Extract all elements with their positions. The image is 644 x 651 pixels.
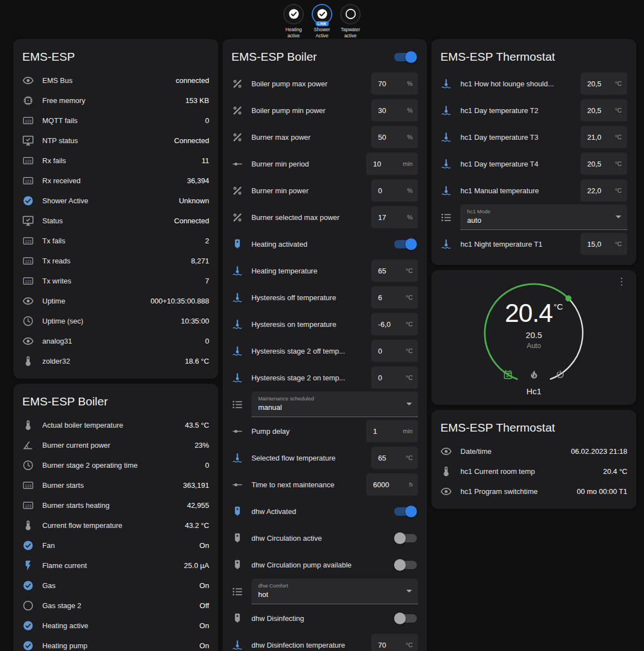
number-input[interactable]: 6000h	[366, 473, 418, 496]
sensor-row[interactable]: 123Burner starts363,191	[22, 475, 209, 495]
sensor-row[interactable]: Uptime (sec)10:35:00	[22, 311, 209, 331]
sensor-row[interactable]: 123Tx reads8,271	[22, 251, 209, 271]
number-row[interactable]: Pump delay1min	[232, 418, 419, 444]
number-input[interactable]: 65°C	[371, 447, 418, 469]
number-input[interactable]: 30%	[371, 99, 418, 121]
sensor-row[interactable]: Heating activeOn	[22, 615, 209, 635]
number-input[interactable]: 0%	[371, 179, 418, 202]
sensor-row[interactable]: Heating pumpOn	[22, 635, 209, 651]
number-row[interactable]: hc1 Manual temperature22,0°C	[440, 177, 627, 204]
sensor-row[interactable]: 123Rx received36,394	[22, 170, 209, 190]
badge[interactable]: LINKShower Active	[309, 4, 336, 39]
sensor-row[interactable]: Uptime000+10:35:00.888	[22, 291, 209, 311]
sensor-row[interactable]: analog310	[22, 331, 209, 351]
number-input[interactable]: 20,5°C	[581, 99, 627, 121]
sensor-row[interactable]: Flame current25.0 µA	[22, 555, 209, 575]
number-input[interactable]: -6,0°C	[371, 313, 418, 335]
number-row[interactable]: Hysteresis on temperature-6,0°C	[232, 311, 419, 337]
number-input[interactable]: 6°C	[371, 286, 418, 309]
badge-circle	[340, 4, 361, 25]
thermostat-dial[interactable]: 20.4°C 20.5 Auto	[481, 280, 587, 384]
toggle-row[interactable]: Heating activated	[232, 231, 419, 257]
badge[interactable]: Heating active	[281, 4, 307, 39]
sensor-row[interactable]: Burner stage 2 operating time0	[22, 455, 209, 475]
sensor-row[interactable]: hc1 Current room temp20.4 °C	[440, 461, 627, 481]
card-toggle-switch[interactable]	[394, 53, 417, 61]
number-row[interactable]: Hysteresis off temperature6°C	[232, 284, 419, 311]
number-row[interactable]: Time to next maintenance6000h	[232, 471, 419, 498]
sensor-row[interactable]: 123Tx writes7	[22, 271, 209, 291]
number-input[interactable]: 65°C	[371, 260, 418, 282]
number-row[interactable]: Burner max power50%	[232, 124, 419, 150]
toggle-row[interactable]: dhw Activated	[232, 498, 419, 525]
sensor-row[interactable]: StatusConnected	[22, 211, 209, 231]
select-field[interactable]: Maintenance scheduledmanual	[252, 391, 419, 417]
sensor-row[interactable]: Current flow temperature43.2 °C	[22, 515, 209, 535]
number-row[interactable]: hc1 Night temperature T115,0°C	[440, 231, 627, 257]
toggle-row[interactable]: dhw Circulation active	[232, 525, 419, 551]
sensor-row[interactable]: 123Tx fails2	[22, 231, 209, 251]
number-input[interactable]: 0°C	[371, 366, 418, 389]
sensor-row[interactable]: hc1 Program switchtime00 mo 00:00 T1	[440, 481, 627, 501]
sensor-row[interactable]: NTP statusConnected	[22, 130, 209, 150]
sensor-row[interactable]: zolder3218.6 °C	[22, 351, 209, 371]
number-input[interactable]: 70%	[371, 72, 418, 95]
number-row[interactable]: Burner min period10min	[232, 150, 419, 177]
select-field[interactable]: hc1 Modeauto	[460, 204, 627, 230]
sensor-row[interactable]: FanOn	[22, 535, 209, 555]
sensor-row[interactable]: EMS Busconnected	[22, 70, 209, 90]
toggle-row[interactable]: dhw Circulation pump available	[232, 551, 419, 578]
number-input[interactable]: 50%	[371, 126, 418, 148]
number-row[interactable]: Selected flow temperature65°C	[232, 444, 419, 471]
select-field[interactable]: dhw Comforthot	[252, 579, 419, 604]
number-row[interactable]: Heating temperature65°C	[232, 257, 419, 284]
sensor-row[interactable]: 123MQTT fails0	[22, 110, 209, 130]
number-row[interactable]: hc1 Day temperature T420,5°C	[440, 150, 627, 177]
number-row[interactable]: Hysteresis stage 2 on temp...0°C	[232, 364, 419, 391]
sensor-row[interactable]: Gas stage 2Off	[22, 595, 209, 615]
number-row[interactable]: Boiler pump max power70%	[232, 70, 419, 97]
number-input[interactable]: 0°C	[371, 340, 418, 362]
number-row[interactable]: hc1 How hot lounge should...20,5°C	[440, 70, 627, 97]
svg-text:123: 123	[25, 483, 32, 487]
number-input[interactable]: 10min	[366, 153, 418, 175]
number-input[interactable]: 70°C	[371, 634, 418, 651]
number-row[interactable]: Boiler pump min power30%	[232, 97, 419, 124]
toggle-switch[interactable]	[394, 561, 417, 569]
toggle-row[interactable]: dhw Disinfecting	[232, 605, 419, 632]
number-input[interactable]: 22,0°C	[581, 179, 627, 202]
number-input[interactable]: 21,0°C	[581, 126, 627, 148]
number-input[interactable]: 20,5°C	[581, 72, 627, 95]
toggle-switch[interactable]	[394, 534, 417, 542]
sensor-row[interactable]: Free memory153 KB	[22, 90, 209, 110]
select-row[interactable]: hc1 Modeauto	[440, 204, 627, 231]
off-mode-icon[interactable]	[555, 369, 566, 380]
number-input[interactable]: 17%	[371, 206, 418, 228]
select-row[interactable]: Maintenance scheduledmanual	[232, 391, 419, 418]
heat-mode-icon[interactable]	[529, 369, 539, 380]
ray-icon	[232, 425, 243, 437]
number-row[interactable]: Hysteresis stage 2 off temp...0°C	[232, 337, 419, 364]
toggle-switch[interactable]	[394, 614, 417, 623]
sensor-row[interactable]: GasOn	[22, 575, 209, 595]
number-row[interactable]: Burner min power0%	[232, 177, 419, 204]
more-options-icon[interactable]: ⋮	[613, 275, 630, 288]
number-input[interactable]: 1min	[366, 420, 418, 442]
auto-mode-icon[interactable]	[503, 369, 513, 380]
sensor-row[interactable]: 123Burner starts heating42,955	[22, 495, 209, 515]
number-row[interactable]: hc1 Day temperature T220,5°C	[440, 97, 627, 124]
select-row[interactable]: dhw Comforthot	[232, 578, 419, 605]
number-row[interactable]: Burner selected max power17%	[232, 204, 419, 231]
sensor-row[interactable]: Date/time06.02.2023 21:18	[440, 441, 627, 461]
sensor-row[interactable]: Actual boiler temperature43.5 °C	[22, 415, 209, 435]
toggle-switch[interactable]	[394, 240, 417, 248]
number-row[interactable]: dhw Disinfection temperature70°C	[232, 632, 419, 651]
toggle-switch[interactable]	[394, 507, 417, 516]
sensor-row[interactable]: Burner current power23%	[22, 435, 209, 455]
sensor-row[interactable]: 123Rx fails11	[22, 150, 209, 170]
badge[interactable]: Tapwater active	[337, 4, 364, 39]
number-input[interactable]: 20,5°C	[581, 153, 627, 175]
sensor-row[interactable]: Shower ActiveUnknown	[22, 190, 209, 211]
number-input[interactable]: 15,0°C	[581, 233, 627, 255]
number-row[interactable]: hc1 Day temperature T321,0°C	[440, 124, 627, 150]
